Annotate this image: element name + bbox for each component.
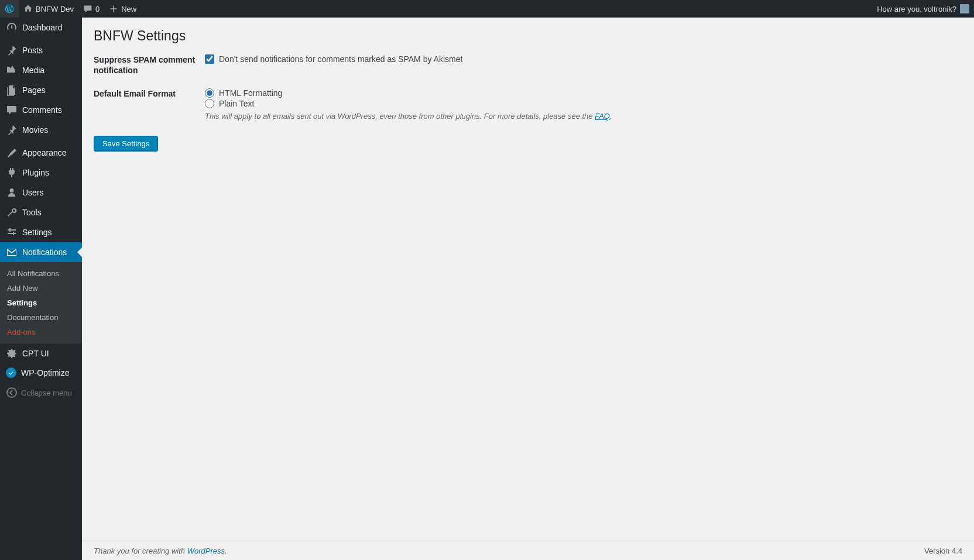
sidebar-item-settings[interactable]: Settings xyxy=(0,222,82,242)
admin-footer: Thank you for creating with WordPress. V… xyxy=(82,541,974,560)
sidebar-item-label: Posts xyxy=(22,46,43,55)
pages-icon xyxy=(6,84,18,96)
comment-icon xyxy=(6,104,18,116)
sidebar-item-appearance[interactable]: Appearance xyxy=(0,143,82,163)
sidebar-item-label: Users xyxy=(22,188,44,197)
comments-menu[interactable]: 0 xyxy=(78,0,104,18)
sidebar-item-label: Comments xyxy=(22,105,62,115)
sidebar-item-plugins[interactable]: Plugins xyxy=(0,163,82,183)
sidebar-item-label: Movies xyxy=(22,125,48,135)
settings-form-table: Suppress SPAM comment notification Don't… xyxy=(94,54,962,133)
format-desc-pre: This will apply to all emails sent out v… xyxy=(205,112,595,121)
comment-count: 0 xyxy=(95,5,100,13)
new-content-menu[interactable]: New xyxy=(104,0,141,18)
admin-bar: BNFW Dev 0 New How are you, voltronik? xyxy=(0,0,974,18)
format-html-label[interactable]: HTML Formatting xyxy=(219,88,282,98)
format-setting-heading: Default Email Format xyxy=(94,88,205,133)
admin-sidebar: Dashboard Posts Media Pages Comments Mov… xyxy=(0,18,82,560)
sliders-icon xyxy=(6,226,18,238)
brush-icon xyxy=(6,147,18,159)
sidebar-item-movies[interactable]: Movies xyxy=(0,120,82,140)
footer-thank-pre: Thank you for creating with xyxy=(94,547,187,555)
submenu-add-ons[interactable]: Add-ons xyxy=(0,325,82,339)
version-label: Version 4.4 xyxy=(924,547,962,555)
site-name-menu[interactable]: BNFW Dev xyxy=(19,0,78,18)
pin-icon xyxy=(6,124,18,136)
submenu-settings[interactable]: Settings xyxy=(0,296,82,310)
format-description: This will apply to all emails sent out v… xyxy=(205,112,962,121)
sidebar-item-posts[interactable]: Posts xyxy=(0,40,82,60)
sidebar-item-label: Notifications xyxy=(22,248,67,257)
sidebar-item-cpt-ui[interactable]: CPT UI xyxy=(0,343,82,363)
my-account-menu[interactable]: How are you, voltronik? xyxy=(872,0,974,18)
format-plain-radio[interactable] xyxy=(205,99,214,108)
main-content: BNFW Settings Suppress SPAM comment noti… xyxy=(82,18,974,541)
format-html-radio[interactable] xyxy=(205,88,214,98)
save-settings-button[interactable]: Save Settings xyxy=(94,136,158,152)
collapse-icon xyxy=(6,387,18,398)
submenu-add-new[interactable]: Add New xyxy=(0,281,82,296)
avatar xyxy=(960,4,969,13)
check-circle-icon xyxy=(6,367,16,378)
sidebar-item-notifications[interactable]: Notifications xyxy=(0,242,82,262)
footer-thankyou: Thank you for creating with WordPress. xyxy=(94,547,227,555)
spam-setting-heading: Suppress SPAM comment notification xyxy=(94,54,205,88)
sidebar-item-label: WP-Optimize xyxy=(21,368,69,377)
sidebar-item-label: Pages xyxy=(22,85,46,95)
new-label: New xyxy=(121,5,136,13)
sidebar-item-label: Media xyxy=(22,66,44,75)
wordpress-icon xyxy=(5,4,14,13)
comments-icon xyxy=(83,4,92,13)
sidebar-item-label: Settings xyxy=(22,228,52,237)
gear-icon xyxy=(6,348,18,359)
mail-icon xyxy=(6,246,18,258)
wrench-icon xyxy=(6,207,18,218)
user-icon xyxy=(6,187,18,198)
submenu-documentation[interactable]: Documentation xyxy=(0,310,82,325)
format-desc-post: . xyxy=(610,112,612,121)
site-name-label: BNFW Dev xyxy=(36,5,74,13)
sidebar-item-label: Tools xyxy=(22,208,42,217)
plug-icon xyxy=(6,167,18,178)
collapse-label: Collapse menu xyxy=(21,389,72,397)
page-title: BNFW Settings xyxy=(94,28,962,44)
howdy-text: How are you, voltronik? xyxy=(877,5,956,13)
footer-thank-post: . xyxy=(225,547,227,555)
submenu-all-notifications[interactable]: All Notifications xyxy=(0,266,82,281)
media-icon xyxy=(6,64,18,76)
suppress-spam-checkbox[interactable] xyxy=(205,54,214,64)
notifications-submenu: All Notifications Add New Settings Docum… xyxy=(0,262,82,343)
sidebar-item-wp-optimize[interactable]: WP-Optimize xyxy=(0,363,82,382)
format-plain-label[interactable]: Plain Text xyxy=(219,99,254,108)
home-icon xyxy=(23,4,33,13)
sidebar-item-users[interactable]: Users xyxy=(0,183,82,202)
sidebar-item-tools[interactable]: Tools xyxy=(0,202,82,222)
wp-logo-menu[interactable] xyxy=(0,0,19,18)
pin-icon xyxy=(6,44,18,56)
plus-icon xyxy=(109,4,118,13)
wordpress-link[interactable]: WordPress xyxy=(187,547,225,555)
sidebar-item-label: CPT UI xyxy=(22,349,49,358)
suppress-spam-label[interactable]: Don't send notifications for comments ma… xyxy=(219,54,462,64)
sidebar-item-pages[interactable]: Pages xyxy=(0,80,82,100)
sidebar-item-label: Plugins xyxy=(22,168,49,177)
faq-link[interactable]: FAQ xyxy=(595,112,610,121)
sidebar-item-label: Appearance xyxy=(22,148,67,157)
sidebar-item-comments[interactable]: Comments xyxy=(0,100,82,120)
sidebar-item-media[interactable]: Media xyxy=(0,60,82,80)
dashboard-icon xyxy=(6,22,18,33)
collapse-menu-button[interactable]: Collapse menu xyxy=(0,382,82,403)
sidebar-item-label: Dashboard xyxy=(22,23,63,32)
sidebar-item-dashboard[interactable]: Dashboard xyxy=(0,18,82,37)
